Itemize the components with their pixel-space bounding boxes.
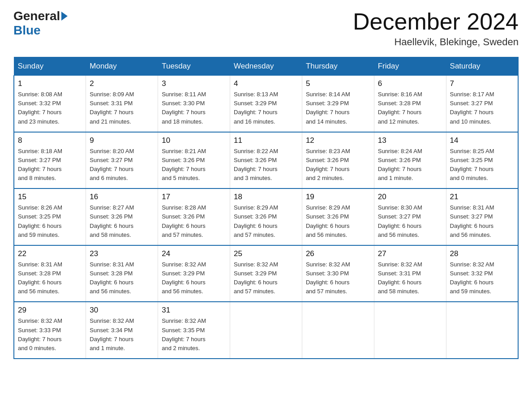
day-number: 30 [90, 306, 154, 315]
calendar-cell: 31 Sunrise: 8:32 AM Sunset: 3:35 PM Dayl… [158, 302, 230, 359]
column-header-monday: Monday [86, 57, 158, 76]
calendar-week-row: 22 Sunrise: 8:31 AM Sunset: 3:28 PM Dayl… [14, 245, 518, 302]
calendar-week-row: 1 Sunrise: 8:08 AM Sunset: 3:32 PM Dayli… [14, 76, 518, 132]
day-info: Sunrise: 8:18 AM Sunset: 3:27 PM Dayligh… [18, 147, 82, 183]
day-info: Sunrise: 8:32 AM Sunset: 3:31 PM Dayligh… [378, 260, 442, 296]
calendar-cell: 13 Sunrise: 8:24 AM Sunset: 3:26 PM Dayl… [374, 132, 446, 189]
day-number: 5 [306, 79, 370, 88]
calendar-cell: 30 Sunrise: 8:32 AM Sunset: 3:34 PM Dayl… [86, 302, 158, 359]
day-info: Sunrise: 8:29 AM Sunset: 3:26 PM Dayligh… [306, 203, 370, 240]
day-info: Sunrise: 8:29 AM Sunset: 3:26 PM Dayligh… [234, 203, 298, 240]
calendar-cell: 5 Sunrise: 8:14 AM Sunset: 3:29 PM Dayli… [302, 76, 374, 132]
calendar-cell [230, 302, 302, 359]
column-header-thursday: Thursday [302, 57, 374, 76]
day-info: Sunrise: 8:30 AM Sunset: 3:27 PM Dayligh… [378, 203, 442, 240]
calendar-cell: 24 Sunrise: 8:32 AM Sunset: 3:29 PM Dayl… [158, 245, 230, 302]
column-header-tuesday: Tuesday [158, 57, 230, 76]
calendar-cell: 25 Sunrise: 8:32 AM Sunset: 3:29 PM Dayl… [230, 245, 302, 302]
calendar-cell: 12 Sunrise: 8:23 AM Sunset: 3:26 PM Dayl… [302, 132, 374, 189]
day-info: Sunrise: 8:32 AM Sunset: 3:32 PM Dayligh… [450, 260, 514, 296]
day-info: Sunrise: 8:17 AM Sunset: 3:27 PM Dayligh… [450, 90, 514, 126]
day-number: 7 [450, 79, 514, 88]
calendar-header-row: SundayMondayTuesdayWednesdayThursdayFrid… [14, 57, 518, 76]
day-number: 10 [162, 136, 226, 145]
day-info: Sunrise: 8:25 AM Sunset: 3:25 PM Dayligh… [450, 147, 514, 183]
calendar-cell: 6 Sunrise: 8:16 AM Sunset: 3:28 PM Dayli… [374, 76, 446, 132]
logo-general-text: General [13, 9, 60, 23]
calendar-cell: 22 Sunrise: 8:31 AM Sunset: 3:28 PM Dayl… [14, 245, 86, 302]
calendar-cell: 17 Sunrise: 8:28 AM Sunset: 3:26 PM Dayl… [158, 188, 230, 245]
calendar-cell [374, 302, 446, 359]
day-number: 28 [450, 249, 514, 258]
day-number: 15 [18, 193, 82, 201]
calendar-cell: 8 Sunrise: 8:18 AM Sunset: 3:27 PM Dayli… [14, 132, 86, 189]
calendar-cell: 7 Sunrise: 8:17 AM Sunset: 3:27 PM Dayli… [446, 76, 518, 132]
calendar-week-row: 8 Sunrise: 8:18 AM Sunset: 3:27 PM Dayli… [14, 132, 518, 189]
calendar-cell: 21 Sunrise: 8:31 AM Sunset: 3:27 PM Dayl… [446, 188, 518, 245]
day-info: Sunrise: 8:24 AM Sunset: 3:26 PM Dayligh… [378, 147, 442, 183]
calendar-cell: 29 Sunrise: 8:32 AM Sunset: 3:33 PM Dayl… [14, 302, 86, 359]
calendar-cell: 19 Sunrise: 8:29 AM Sunset: 3:26 PM Dayl… [302, 188, 374, 245]
day-info: Sunrise: 8:27 AM Sunset: 3:26 PM Dayligh… [90, 203, 154, 240]
day-number: 16 [90, 193, 154, 201]
calendar-cell: 2 Sunrise: 8:09 AM Sunset: 3:31 PM Dayli… [86, 76, 158, 132]
day-number: 18 [234, 193, 298, 201]
calendar-cell: 9 Sunrise: 8:20 AM Sunset: 3:27 PM Dayli… [86, 132, 158, 189]
calendar-cell: 10 Sunrise: 8:21 AM Sunset: 3:26 PM Dayl… [158, 132, 230, 189]
calendar-cell: 18 Sunrise: 8:29 AM Sunset: 3:26 PM Dayl… [230, 188, 302, 245]
day-number: 22 [18, 249, 82, 258]
column-header-sunday: Sunday [14, 57, 86, 76]
column-header-wednesday: Wednesday [230, 57, 302, 76]
calendar-cell: 26 Sunrise: 8:32 AM Sunset: 3:30 PM Dayl… [302, 245, 374, 302]
day-info: Sunrise: 8:16 AM Sunset: 3:28 PM Dayligh… [378, 90, 442, 126]
day-info: Sunrise: 8:23 AM Sunset: 3:26 PM Dayligh… [306, 147, 370, 183]
day-number: 23 [90, 249, 154, 258]
day-number: 14 [450, 136, 514, 145]
column-header-saturday: Saturday [446, 57, 518, 76]
calendar-cell: 23 Sunrise: 8:31 AM Sunset: 3:28 PM Dayl… [86, 245, 158, 302]
title-block: December 2024 Haellevik, Blekinge, Swede… [353, 9, 519, 48]
day-info: Sunrise: 8:14 AM Sunset: 3:29 PM Dayligh… [306, 90, 370, 126]
day-number: 4 [234, 79, 298, 88]
month-title: December 2024 [353, 9, 519, 34]
column-header-friday: Friday [374, 57, 446, 76]
day-info: Sunrise: 8:20 AM Sunset: 3:27 PM Dayligh… [90, 147, 154, 183]
day-info: Sunrise: 8:32 AM Sunset: 3:29 PM Dayligh… [162, 260, 226, 296]
day-number: 2 [90, 79, 154, 88]
day-number: 11 [234, 136, 298, 145]
day-number: 24 [162, 249, 226, 258]
calendar-cell: 20 Sunrise: 8:30 AM Sunset: 3:27 PM Dayl… [374, 188, 446, 245]
day-info: Sunrise: 8:32 AM Sunset: 3:34 PM Dayligh… [90, 317, 154, 353]
day-number: 1 [18, 79, 82, 88]
calendar-week-row: 15 Sunrise: 8:26 AM Sunset: 3:25 PM Dayl… [14, 188, 518, 245]
day-number: 21 [450, 193, 514, 201]
logo-blue-text: Blue [13, 23, 41, 37]
day-number: 17 [162, 193, 226, 201]
calendar-week-row: 29 Sunrise: 8:32 AM Sunset: 3:33 PM Dayl… [14, 302, 518, 359]
day-info: Sunrise: 8:28 AM Sunset: 3:26 PM Dayligh… [162, 203, 226, 240]
day-info: Sunrise: 8:32 AM Sunset: 3:35 PM Dayligh… [162, 317, 226, 353]
day-info: Sunrise: 8:32 AM Sunset: 3:29 PM Dayligh… [234, 260, 298, 296]
day-info: Sunrise: 8:32 AM Sunset: 3:30 PM Dayligh… [306, 260, 370, 296]
calendar-cell: 4 Sunrise: 8:13 AM Sunset: 3:29 PM Dayli… [230, 76, 302, 132]
location-subtitle: Haellevik, Blekinge, Sweden [353, 36, 519, 48]
day-info: Sunrise: 8:08 AM Sunset: 3:32 PM Dayligh… [18, 90, 82, 126]
day-number: 20 [378, 193, 442, 201]
day-info: Sunrise: 8:22 AM Sunset: 3:26 PM Dayligh… [234, 147, 298, 183]
day-info: Sunrise: 8:09 AM Sunset: 3:31 PM Dayligh… [90, 90, 154, 126]
calendar-cell: 14 Sunrise: 8:25 AM Sunset: 3:25 PM Dayl… [446, 132, 518, 189]
calendar-cell: 1 Sunrise: 8:08 AM Sunset: 3:32 PM Dayli… [14, 76, 86, 132]
day-number: 8 [18, 136, 82, 145]
calendar-cell: 28 Sunrise: 8:32 AM Sunset: 3:32 PM Dayl… [446, 245, 518, 302]
calendar-cell: 16 Sunrise: 8:27 AM Sunset: 3:26 PM Dayl… [86, 188, 158, 245]
day-info: Sunrise: 8:26 AM Sunset: 3:25 PM Dayligh… [18, 203, 82, 240]
calendar-table: SundayMondayTuesdayWednesdayThursdayFrid… [13, 57, 519, 359]
day-number: 31 [162, 306, 226, 315]
day-number: 26 [306, 249, 370, 258]
day-number: 6 [378, 79, 442, 88]
day-info: Sunrise: 8:31 AM Sunset: 3:28 PM Dayligh… [90, 260, 154, 296]
calendar-cell: 15 Sunrise: 8:26 AM Sunset: 3:25 PM Dayl… [14, 188, 86, 245]
day-number: 3 [162, 79, 226, 88]
day-number: 25 [234, 249, 298, 258]
day-info: Sunrise: 8:13 AM Sunset: 3:29 PM Dayligh… [234, 90, 298, 126]
